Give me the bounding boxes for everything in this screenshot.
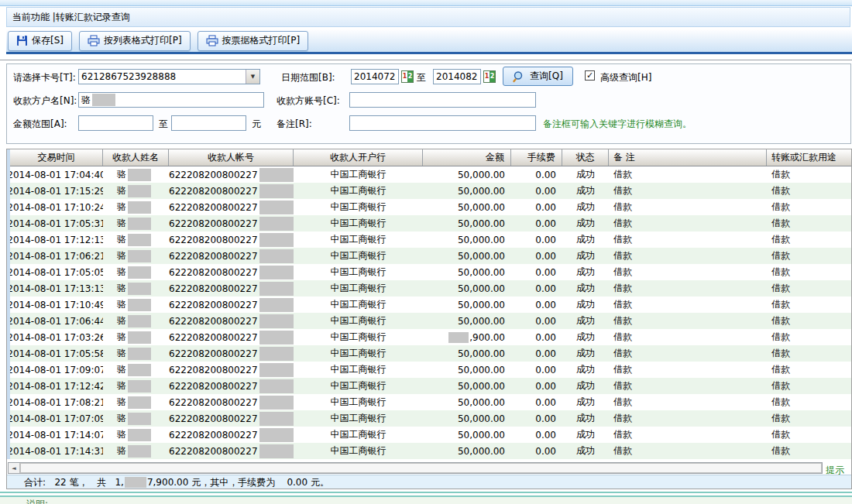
summary-text-before: 合计: 22 笔， 共 1, [24, 476, 124, 489]
card-select-dropdown[interactable]: 6212867523928888 ▼ [78, 69, 260, 84]
save-button[interactable]: 保存[S] [8, 31, 72, 51]
table-row[interactable]: 2014-08-01 17:13:13骆622208200800227中国工商银… [10, 280, 852, 297]
cell-payee-bank: 中国工商银行 [294, 248, 423, 264]
table-row[interactable]: 2014-08-01 17:05:05骆622208200800227中国工商银… [10, 264, 852, 280]
records-grid: 交易时间收款人姓名收款人帐号收款人开户行金额手续费状态备 注转账或汇款用途 20… [10, 149, 852, 459]
print-receipt-button[interactable]: 按票据格式打印[P] [198, 31, 309, 51]
table-row[interactable]: 2014-08-01 17:05:58骆622208200800227中国工商银… [10, 345, 852, 362]
cell-note: 借款 [609, 313, 767, 329]
query-button-label: 查询[Q] [530, 70, 563, 83]
cell-payee-bank: 中国工商银行 [294, 443, 423, 459]
redaction-box [128, 201, 151, 214]
calendar-icon[interactable]: 12 [483, 70, 496, 83]
redaction-box [128, 169, 151, 181]
scroll-left-arrow-icon[interactable]: ◄ [9, 463, 20, 473]
table-row[interactable]: 2014-08-01 17:10:49骆622208200800227中国工商银… [10, 297, 852, 313]
cell-purpose: 借款 [767, 362, 852, 378]
scrollbar-thumb[interactable] [20, 463, 822, 473]
table-row[interactable]: 2014-08-01 17:12:42骆622208200800227中国工商银… [10, 378, 852, 394]
table-row[interactable]: 2014-08-01 17:12:13骆622208200800227中国工商银… [10, 231, 852, 248]
amount-max-input[interactable] [171, 115, 246, 131]
date-to-input[interactable] [433, 69, 481, 84]
cell-payee-name: 骆 [103, 329, 169, 345]
cell-payee-name: 骆 [103, 183, 169, 199]
column-header[interactable]: 收款人姓名 [103, 149, 169, 166]
cell-payee-bank: 中国工商银行 [294, 427, 423, 443]
cell-transaction-time: 2014-08-01 17:05:31 [10, 215, 103, 231]
cell-payee-account: 622208200800227 [169, 166, 294, 183]
cell-payee-bank: 中国工商银行 [294, 199, 423, 215]
redaction-box [128, 266, 151, 279]
cell-payee-name: 骆 [103, 166, 169, 183]
cell-transaction-time: 2014-08-01 17:05:58 [10, 345, 103, 362]
cell-status: 成功 [562, 329, 609, 345]
horizontal-scrollbar[interactable]: ◄ [8, 462, 823, 474]
cell-payee-name: 骆 [103, 345, 169, 362]
advanced-query-checkbox[interactable]: ✓ [585, 70, 595, 81]
redaction-box [125, 477, 146, 488]
column-header[interactable]: 收款人开户行 [294, 149, 423, 166]
cell-amount: 50,000.00 [423, 378, 511, 394]
toolbar-divider [6, 52, 852, 54]
table-row[interactable]: 2014-08-01 17:09:07骆622208200800227中国工商银… [10, 362, 852, 378]
cell-amount: 50,000.00 [423, 166, 511, 183]
cell-amount: 50,000.00 [423, 280, 511, 297]
cell-purpose: 借款 [767, 345, 852, 362]
table-row[interactable]: 2014-08-01 17:14:07骆622208200800227中国工商银… [10, 427, 852, 443]
column-header[interactable]: 转账或汇款用途 [767, 149, 852, 166]
cell-status: 成功 [562, 199, 609, 215]
table-row[interactable]: 2014-08-01 17:06:44骆622208200800227中国工商银… [10, 313, 852, 329]
cell-note: 借款 [609, 410, 767, 427]
cell-payee-bank: 中国工商银行 [294, 166, 423, 183]
table-row[interactable]: 2014-08-01 17:08:21骆622208200800227中国工商银… [10, 394, 852, 410]
table-row[interactable]: 2014-08-01 17:03:26骆622208200800227中国工商银… [10, 329, 852, 345]
table-row[interactable]: 2014-08-01 17:15:29骆622208200800227中国工商银… [10, 183, 852, 199]
column-header[interactable]: 备 注 [609, 149, 767, 166]
column-header[interactable]: 手续费 [511, 149, 562, 166]
cell-note: 借款 [609, 362, 767, 378]
cell-note: 借款 [609, 199, 767, 215]
cell-transaction-time: 2014-08-01 17:06:44 [10, 313, 103, 329]
redaction-box [259, 363, 294, 377]
print-list-button[interactable]: 按列表格式打印[P] [79, 31, 191, 51]
cell-purpose: 借款 [767, 166, 852, 183]
search-icon [513, 70, 525, 83]
redaction-box [92, 94, 115, 106]
column-header[interactable]: 金额 [423, 149, 511, 166]
cell-amount: 50,000.00 [423, 199, 511, 215]
cell-fee: 0.00 [511, 313, 562, 329]
query-button[interactable]: 查询[Q] [503, 67, 573, 86]
cell-fee: 0.00 [511, 362, 562, 378]
payee-name-input[interactable]: 骆 [78, 92, 264, 108]
cell-payee-bank: 中国工商银行 [294, 183, 423, 199]
cell-payee-account: 622208200800227 [169, 345, 294, 362]
table-row[interactable]: 2014-08-01 17:14:31骆622208200800227中国工商银… [10, 443, 852, 459]
amount-min-input[interactable] [78, 115, 153, 131]
chevron-down-icon[interactable]: ▼ [246, 70, 259, 84]
column-header[interactable]: 收款人帐号 [169, 149, 294, 166]
cell-purpose: 借款 [767, 183, 852, 199]
remark-input[interactable] [349, 115, 536, 131]
table-row[interactable]: 2014-08-01 17:07:09骆622208200800227中国工商银… [10, 410, 852, 427]
table-row[interactable]: 2014-08-01 17:05:31骆622208200800227中国工商银… [10, 215, 852, 231]
amount-range-label: 金额范围[A]: [13, 118, 67, 131]
table-row[interactable]: 2014-08-01 17:10:24骆622208200800227中国工商银… [10, 199, 852, 215]
column-header[interactable]: 交易时间 [10, 149, 103, 166]
calendar-icon[interactable]: 12 [401, 70, 414, 83]
column-header[interactable]: 状态 [562, 149, 609, 166]
window-top-strip [0, 0, 852, 6]
date-from-input[interactable] [351, 69, 399, 84]
cell-payee-bank: 中国工商银行 [294, 362, 423, 378]
cell-fee: 0.00 [511, 329, 562, 345]
amount-range-separator: 至 [159, 118, 168, 131]
redaction-box [128, 396, 151, 409]
cell-payee-name: 骆 [103, 231, 169, 248]
cell-fee: 0.00 [511, 166, 562, 183]
table-row[interactable]: 2014-08-01 17:04:40骆622208200800227中国工商银… [10, 166, 852, 183]
cell-status: 成功 [562, 231, 609, 248]
table-row[interactable]: 2014-08-01 17:06:21骆622208200800227中国工商银… [10, 248, 852, 264]
cell-payee-account: 622208200800227 [169, 280, 294, 297]
redaction-box [128, 380, 151, 393]
payee-account-input[interactable] [349, 92, 536, 108]
redaction-box [448, 332, 469, 343]
